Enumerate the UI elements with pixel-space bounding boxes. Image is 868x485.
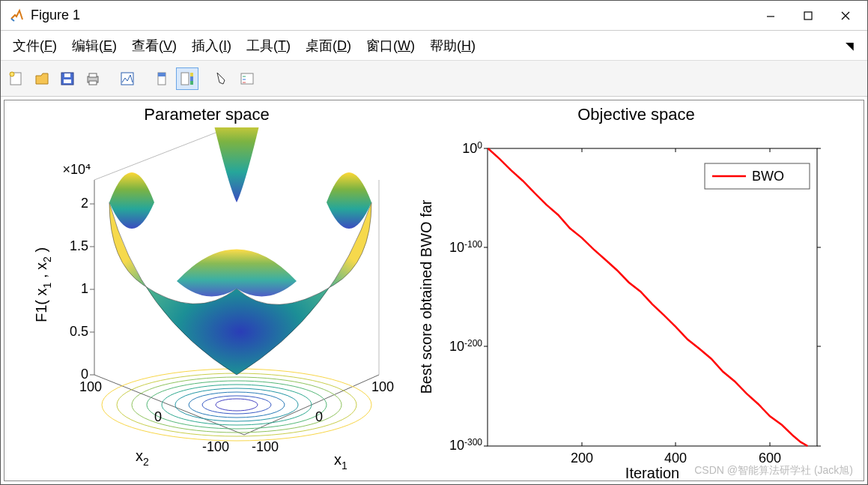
menu-insert[interactable]: 插入(I): [186, 34, 237, 58]
x-tick-n100: -100: [252, 439, 279, 454]
legend[interactable]: BWO: [705, 163, 810, 189]
svg-point-5: [10, 72, 14, 76]
ztick-2: 1: [81, 281, 88, 296]
y-tick-100: 100: [79, 379, 102, 394]
svg-point-34: [117, 373, 356, 436]
convergence-plot: 100 10-100 10-200 10-300: [409, 127, 858, 480]
svg-rect-1: [804, 12, 812, 19]
menu-file[interactable]: 文件(F): [7, 34, 63, 58]
svg-text:10-100: 10-100: [449, 239, 482, 255]
surface-plot: 0 0.5 1 1.5 2 ×10⁴: [4, 127, 409, 480]
figure-window: Figure 1 文件(F) 编辑(E) 查看(V) 插入(I) 工具(T) 桌…: [0, 0, 868, 485]
plot-title-right: Objective space: [409, 100, 864, 127]
minimize-button[interactable]: [752, 1, 789, 30]
svg-rect-42: [488, 148, 817, 446]
y-tick-0: 0: [154, 409, 162, 424]
toolbar: [1, 61, 867, 97]
svg-point-38: [175, 388, 298, 421]
bwo-line: [488, 148, 808, 446]
svg-rect-11: [89, 81, 97, 85]
xlabel-2d: Iteration: [625, 465, 679, 480]
menu-view[interactable]: 查看(V): [126, 34, 183, 58]
svg-point-35: [132, 377, 342, 433]
zscale-label: ×10⁴: [62, 162, 91, 177]
menu-bar: 文件(F) 编辑(E) 查看(V) 插入(I) 工具(T) 桌面(D) 窗口(W…: [1, 31, 867, 61]
brush-button[interactable]: [151, 67, 173, 90]
ylabel-3d: x2: [136, 448, 149, 468]
svg-text:400: 400: [664, 451, 687, 466]
svg-rect-15: [181, 73, 189, 85]
svg-rect-18: [190, 81, 193, 85]
dock-icon[interactable]: ◥: [846, 40, 861, 52]
ztick-3: 1.5: [70, 238, 88, 253]
matlab-icon: [10, 8, 25, 23]
menu-help[interactable]: 帮助(H): [424, 34, 482, 58]
ztick-4: 2: [81, 196, 88, 211]
svg-point-41: [216, 399, 258, 411]
axes-container: Parameter space: [4, 100, 864, 481]
y-tick-n100: -100: [202, 439, 229, 454]
subplot-objective-space[interactable]: Objective space 100 10-100 10-200 10-300: [409, 100, 864, 481]
ztick-1: 0.5: [70, 324, 88, 339]
menu-edit[interactable]: 编辑(E): [66, 34, 123, 58]
edit-plot-button[interactable]: [210, 67, 233, 90]
subplot-parameter-space[interactable]: Parameter space: [4, 100, 409, 481]
svg-rect-8: [64, 73, 70, 77]
svg-point-37: [162, 385, 312, 425]
title-bar[interactable]: Figure 1: [1, 1, 867, 31]
link-plot-button[interactable]: [116, 67, 139, 90]
svg-text:200: 200: [571, 451, 593, 466]
x-tick-100: 100: [371, 379, 394, 394]
window-title: Figure 1: [31, 7, 80, 23]
menu-window[interactable]: 窗口(W): [360, 34, 421, 58]
svg-rect-7: [64, 79, 71, 83]
print-button[interactable]: [82, 67, 104, 90]
watermark: CSDN @智能算法研学社 (Jack旭): [694, 464, 853, 478]
save-button[interactable]: [56, 67, 79, 90]
svg-text:600: 600: [759, 451, 781, 466]
surface-bowl: [109, 127, 371, 375]
ylabel-2d: Best score obtained BWO far: [418, 199, 434, 394]
menu-tools[interactable]: 工具(T): [240, 34, 297, 58]
svg-text:10-300: 10-300: [449, 437, 482, 453]
x-tick-0: 0: [315, 409, 323, 424]
svg-rect-17: [190, 73, 193, 76]
svg-rect-14: [158, 73, 166, 76]
insert-colorbar-button[interactable]: [176, 67, 198, 90]
svg-line-26: [94, 127, 229, 180]
svg-text:100: 100: [462, 140, 482, 156]
zlabel-3d: F1( x1 , x2 ): [33, 247, 53, 322]
close-button[interactable]: [827, 1, 864, 30]
svg-rect-10: [89, 73, 97, 77]
plot-area: Parameter space: [1, 97, 867, 484]
plot-title-left: Parameter space: [4, 100, 409, 127]
svg-point-33: [102, 369, 371, 441]
maximize-button[interactable]: [789, 1, 827, 30]
svg-text:10-200: 10-200: [449, 338, 482, 354]
contour-floor: [102, 369, 371, 441]
new-figure-button[interactable]: [5, 67, 28, 90]
legend-bwo-label: BWO: [752, 169, 784, 184]
open-button[interactable]: [31, 67, 53, 90]
insert-legend-button[interactable]: [236, 67, 258, 90]
xlabel-3d: x1: [334, 451, 347, 472]
menu-desktop[interactable]: 桌面(D): [300, 34, 357, 58]
